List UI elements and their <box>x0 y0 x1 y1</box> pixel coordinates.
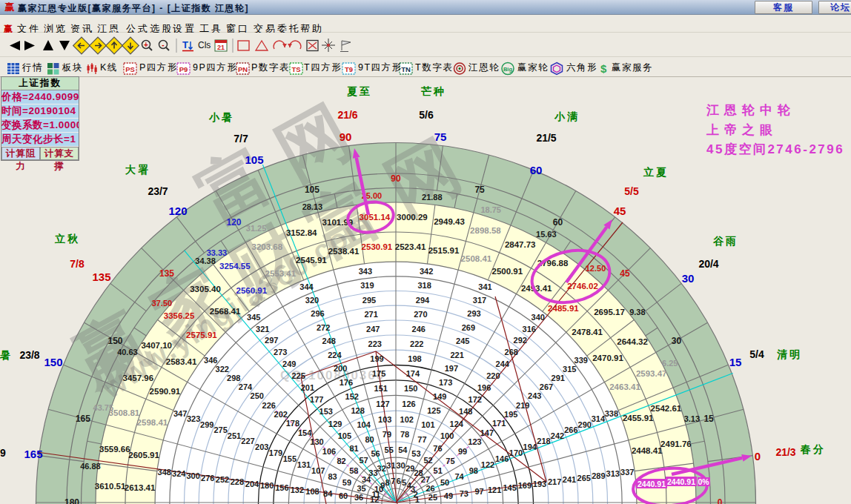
svg-text:45: 45 <box>620 268 630 279</box>
svg-text:193: 193 <box>533 480 546 488</box>
svg-text:276: 276 <box>201 474 214 483</box>
svg-text:60: 60 <box>553 217 563 228</box>
svg-text:9.38: 9.38 <box>629 308 645 316</box>
svg-text:45: 45 <box>614 205 626 217</box>
svg-text:228: 228 <box>231 477 244 486</box>
svg-text:2568.41: 2568.41 <box>210 307 241 316</box>
svg-text:314: 314 <box>592 414 606 423</box>
svg-text:15: 15 <box>703 414 714 424</box>
svg-text:25: 25 <box>428 493 437 502</box>
svg-text:3305.40: 3305.40 <box>190 285 221 294</box>
svg-text:51: 51 <box>434 466 443 475</box>
svg-text:2560.91: 2560.91 <box>236 286 268 295</box>
svg-text:76: 76 <box>433 444 442 453</box>
svg-text:347: 347 <box>173 409 187 418</box>
svg-text:立秋: 立秋 <box>54 233 80 245</box>
svg-text:2470.91: 2470.91 <box>592 354 623 362</box>
svg-text:274: 274 <box>239 382 253 391</box>
svg-text:74: 74 <box>454 472 464 481</box>
svg-text:224: 224 <box>328 351 342 359</box>
svg-text:2478.41: 2478.41 <box>572 328 603 336</box>
svg-text:34: 34 <box>362 475 371 484</box>
svg-text:20/4: 20/4 <box>698 258 718 270</box>
svg-text:32: 32 <box>377 464 386 473</box>
svg-text:3051.14: 3051.14 <box>360 213 391 222</box>
svg-text:299: 299 <box>200 420 213 429</box>
svg-text:227: 227 <box>241 437 254 445</box>
svg-text:2593.47: 2593.47 <box>636 369 667 378</box>
svg-text:105: 105 <box>305 185 319 195</box>
svg-text:340: 340 <box>532 313 545 322</box>
svg-text:75: 75 <box>446 457 454 465</box>
svg-text:337: 337 <box>620 468 634 477</box>
svg-text:3508.81: 3508.81 <box>109 408 140 417</box>
svg-text:222: 222 <box>410 339 423 348</box>
svg-text:2500.91: 2500.91 <box>492 267 523 276</box>
svg-text:33.33: 33.33 <box>207 248 228 257</box>
svg-text:2695.17: 2695.17 <box>594 308 625 316</box>
svg-text:2746.02: 2746.02 <box>567 282 598 291</box>
svg-text:3000.29: 3000.29 <box>397 213 428 222</box>
svg-text:26: 26 <box>426 484 434 493</box>
svg-text:21/3: 21/3 <box>775 446 795 458</box>
svg-text:23/7: 23/7 <box>148 185 168 197</box>
svg-text:104: 104 <box>357 420 371 429</box>
svg-text:294: 294 <box>416 296 430 305</box>
svg-text:2644.32: 2644.32 <box>617 337 648 346</box>
svg-text:320: 320 <box>305 296 319 305</box>
svg-text:290: 290 <box>578 420 592 429</box>
svg-text:131: 131 <box>297 460 311 469</box>
svg-text:2590.91: 2590.91 <box>150 387 181 396</box>
svg-text:130: 130 <box>310 437 323 446</box>
svg-text:251: 251 <box>228 431 241 440</box>
svg-text:223: 223 <box>368 339 382 348</box>
svg-text:45度空间2746-2796: 45度空间2746-2796 <box>706 142 844 156</box>
svg-text:30: 30 <box>682 272 695 285</box>
svg-text:59: 59 <box>342 478 351 487</box>
svg-text:120: 120 <box>226 217 241 228</box>
svg-text:145: 145 <box>503 483 516 492</box>
svg-text:99: 99 <box>458 447 467 456</box>
svg-text:小满: 小满 <box>554 110 580 122</box>
svg-text:60: 60 <box>339 491 348 500</box>
svg-text:77: 77 <box>417 435 426 444</box>
svg-text:0: 0 <box>755 450 761 462</box>
svg-text:348: 348 <box>158 468 171 477</box>
svg-text:5/4: 5/4 <box>749 348 764 360</box>
svg-text:28: 28 <box>414 468 423 477</box>
svg-text:40.63: 40.63 <box>117 348 138 357</box>
svg-text:128: 128 <box>351 406 364 415</box>
svg-text:292: 292 <box>514 336 527 345</box>
svg-text:2847.73: 2847.73 <box>505 240 536 249</box>
svg-text:29: 29 <box>405 464 414 473</box>
svg-text:5/5: 5/5 <box>624 185 639 197</box>
svg-text:80: 80 <box>365 435 374 444</box>
svg-text:266: 266 <box>564 425 577 434</box>
svg-text:194: 194 <box>523 442 537 451</box>
svg-text:315: 315 <box>563 365 576 374</box>
svg-text:270: 270 <box>414 310 427 319</box>
svg-text:249: 249 <box>282 359 296 368</box>
svg-text:2613.41: 2613.41 <box>125 483 156 492</box>
svg-text:18.75: 18.75 <box>480 205 501 214</box>
svg-text:150: 150 <box>404 384 417 393</box>
svg-text:345: 345 <box>247 313 260 322</box>
svg-text:343: 343 <box>359 267 372 276</box>
svg-text:8/9: 8/9 <box>0 447 6 459</box>
svg-text:172: 172 <box>468 395 482 404</box>
svg-text:56: 56 <box>371 449 380 458</box>
svg-text:107: 107 <box>311 466 325 475</box>
svg-text:2542.61: 2542.61 <box>651 404 682 413</box>
svg-text:3457.96: 3457.96 <box>123 374 154 382</box>
svg-text:321: 321 <box>256 325 269 334</box>
svg-text:200: 200 <box>334 364 347 373</box>
svg-text:处暑: 处暑 <box>0 349 13 361</box>
svg-text:173: 173 <box>439 378 452 387</box>
svg-text:149: 149 <box>433 392 446 401</box>
svg-text:178: 178 <box>286 419 299 428</box>
svg-text:2448.41: 2448.41 <box>632 446 663 455</box>
svg-text:15: 15 <box>729 356 742 368</box>
svg-text:3356.25: 3356.25 <box>164 311 195 320</box>
svg-text:102: 102 <box>400 415 414 424</box>
svg-text:271: 271 <box>364 310 377 319</box>
